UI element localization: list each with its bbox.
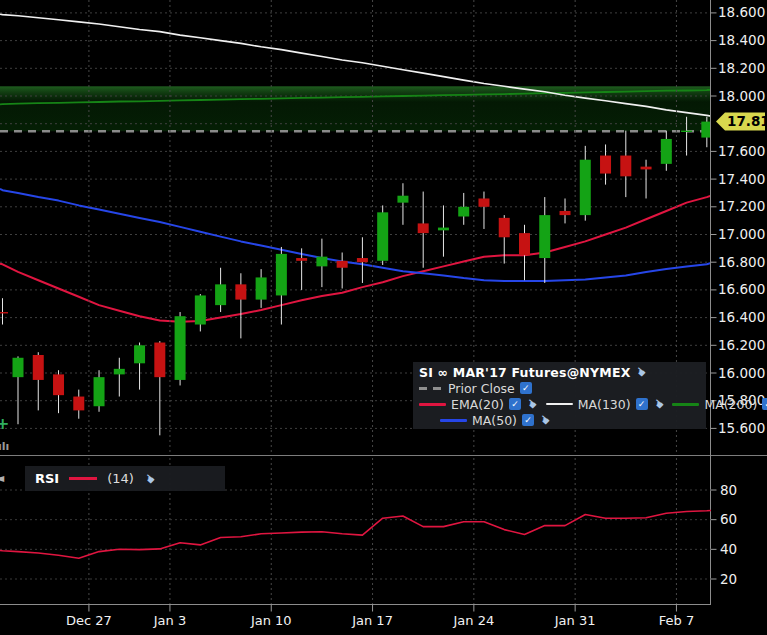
candle-up — [316, 257, 327, 267]
price-axis-label: 15.600 — [718, 420, 765, 436]
price-axis-label: 18.400 — [718, 32, 765, 48]
chart-app: 18.60018.40018.20018.00017.60017.40017.2… — [0, 0, 767, 635]
candle-down — [33, 355, 44, 380]
date-axis-label: Dec 27 — [66, 613, 112, 628]
ma200-band — [0, 86, 711, 131]
candle-up — [195, 295, 206, 324]
prior-close-label: Prior Close — [448, 381, 515, 396]
candle-down — [560, 211, 571, 215]
ema20-line-sample — [419, 403, 446, 406]
candle-down — [641, 167, 652, 170]
cursor-hand-icon[interactable]: ☚ — [523, 396, 539, 412]
candle-up — [661, 139, 672, 164]
candle-up — [681, 131, 692, 132]
rsi-axis-label: 80 — [720, 482, 737, 498]
candle-up — [438, 228, 449, 231]
cursor-hand-icon[interactable]: ☚ — [536, 412, 552, 428]
date-axis-label: Jan 17 — [351, 613, 393, 628]
instrument-title: SI ∞ MAR'17 Futures@NYMEX — [419, 365, 630, 380]
candle-down — [620, 156, 631, 177]
rsi-title: RSI — [35, 471, 59, 486]
ma50-legend-item: MA(50) ✓ ☚ — [440, 413, 550, 428]
candle-up — [114, 369, 125, 375]
candle-down — [296, 258, 307, 261]
ma200-label: MA(200) — [704, 397, 757, 412]
candle-down — [499, 218, 510, 237]
price-axis-label: 16.800 — [718, 254, 765, 270]
price-chart-svg: 18.60018.40018.20018.00017.60017.40017.2… — [0, 0, 767, 635]
candle-up — [276, 254, 287, 296]
ma-row-1: EMA(20) ✓ ☚ MA(130) ✓ ☚ MA(200) ✓ ☚ — [419, 396, 700, 412]
main-legend: SI ∞ MAR'17 Futures@NYMEX ☚ Prior Close … — [413, 362, 706, 429]
rsi-line-sample — [69, 477, 97, 480]
candle-up — [580, 160, 591, 215]
candle-up — [256, 277, 267, 299]
candle-down — [154, 343, 165, 378]
ema20-checkbox[interactable]: ✓ — [509, 398, 521, 410]
cursor-hand-icon[interactable]: ☚ — [141, 470, 157, 486]
price-axis-label: 17.600 — [718, 143, 765, 159]
rsi-legend: RSI (14) ☚ — [25, 466, 225, 491]
price-axis-label: 16.400 — [718, 309, 765, 325]
check-icon: ✓ — [511, 400, 519, 409]
ema20-label: EMA(20) — [451, 397, 504, 412]
ma130-checkbox[interactable]: ✓ — [636, 398, 648, 410]
cursor-hand-icon[interactable]: ☚ — [633, 364, 649, 380]
price-axis-label: 18.600 — [718, 4, 765, 20]
add-indicator-icon[interactable]: + — [0, 416, 9, 432]
price-axis-label: 16.600 — [718, 281, 765, 297]
ma-row-2: MA(50) ✓ ☚ — [419, 412, 700, 428]
prior-close-line-sample — [419, 387, 443, 390]
volume-bars-icon[interactable]: ılı — [0, 441, 9, 452]
check-icon: ✓ — [638, 400, 646, 409]
price-axis-label: 17.000 — [718, 226, 765, 242]
candle-up — [539, 215, 550, 258]
price-axis: 18.60018.40018.20018.00017.60017.40017.2… — [711, 4, 767, 436]
ma50-checkbox[interactable]: ✓ — [522, 414, 534, 426]
check-icon: ✓ — [524, 416, 532, 425]
price-axis-label: 17.200 — [718, 198, 765, 214]
ma50-line-sample — [440, 419, 467, 422]
candle-down — [235, 284, 246, 299]
ma200-checkbox[interactable]: ✓ — [762, 398, 767, 410]
candle-up — [397, 196, 408, 203]
price-axis-label: 18.000 — [718, 88, 765, 104]
ma50-label: MA(50) — [472, 413, 517, 428]
candle-down — [478, 198, 489, 206]
candle-up — [458, 207, 469, 217]
x-axis: Dec 27Jan 3Jan 10Jan 17Jan 24Jan 31Feb 7 — [66, 605, 694, 629]
rsi-axis-label: 60 — [720, 511, 737, 527]
price-axis-label: 16.200 — [718, 337, 765, 353]
ma200-line-sample — [672, 403, 699, 406]
candle-down — [0, 312, 8, 313]
date-axis-label: Jan 31 — [554, 613, 596, 628]
last-price-label: 17.815 — [727, 113, 767, 129]
date-axis-label: Jan 3 — [153, 613, 186, 628]
date-axis-label: Feb 7 — [659, 613, 694, 628]
candle-down — [418, 223, 429, 233]
ma130-legend-item: MA(130) ✓ ☚ — [546, 397, 664, 412]
candle-down — [337, 261, 348, 268]
candle-up — [175, 316, 186, 380]
price-axis-label: 17.400 — [718, 171, 765, 187]
check-icon: ✓ — [522, 384, 530, 393]
candle-up — [215, 284, 226, 305]
cursor-hand-icon[interactable]: ☚ — [650, 396, 666, 412]
rsi-period-label: (14) — [107, 471, 134, 486]
prior-close-checkbox[interactable]: ✓ — [520, 382, 532, 394]
candle-up — [377, 212, 388, 260]
prior-close-row: Prior Close ✓ — [419, 380, 700, 396]
candle-up — [13, 358, 24, 377]
candle-down — [519, 233, 530, 255]
ema20-legend-item: EMA(20) ✓ ☚ — [419, 397, 537, 412]
ma130-line-sample — [546, 403, 573, 405]
candle-down — [600, 156, 611, 174]
candle-down — [53, 374, 64, 395]
legend-title-row: SI ∞ MAR'17 Futures@NYMEX ☚ — [419, 364, 700, 380]
candle-down — [357, 258, 368, 262]
rsi-axis-label: 20 — [720, 571, 737, 587]
candle-up — [134, 345, 145, 363]
collapse-panel-icon[interactable]: ◄ — [0, 472, 4, 484]
price-axis-label: 18.200 — [718, 60, 765, 76]
date-axis-label: Jan 24 — [452, 613, 494, 628]
